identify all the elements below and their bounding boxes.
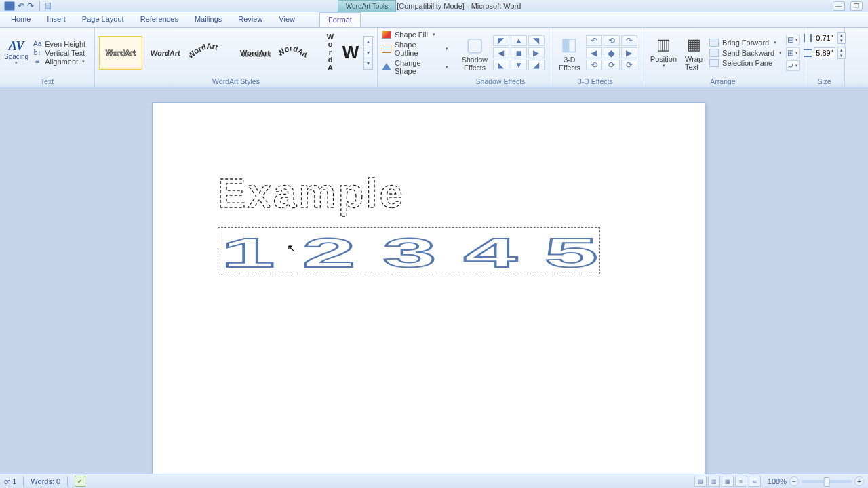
even-height-button[interactable]: AaEven Height [33,40,85,48]
tilt-up[interactable]: ⟲ [604,35,620,46]
group-text-label: Text [0,77,94,87]
width-spin-up[interactable]: ▲ [838,47,845,53]
tilt-down[interactable]: ⟳ [604,60,620,70]
wordart-style-5[interactable]: WordArt [278,36,321,70]
ribbon-tabs: Home Insert Page Layout References Maili… [0,12,868,28]
wordart-style-4[interactable]: WordArt [233,36,277,70]
spacing-label: Spacing [4,53,28,60]
wordart-object-1[interactable]: Example [218,164,604,226]
gallery-scroll[interactable]: ▴▾▾ [363,36,373,70]
spacing-button[interactable]: AV Spacing ▾ [4,40,33,66]
send-backward-button[interactable]: Send Backward▾ [709,49,782,57]
nudge-t[interactable]: ▲ [511,35,527,46]
proofing-icon[interactable]: ✔ [75,476,85,487]
zoom-out-button[interactable]: − [789,476,799,486]
tilt-br[interactable]: ⟳ [621,60,637,70]
nudge-b[interactable]: ▼ [511,60,527,70]
undo-icon[interactable]: ↶ [18,1,24,11]
bring-forward-button[interactable]: Bring Forward▾ [709,39,782,47]
wrap-text-button[interactable]: ▦ Wrap Text [681,35,707,71]
group-styles-label: WordArt Styles [95,77,377,87]
wordart-style-2[interactable]: WordArt [144,36,187,70]
page[interactable]: Example 1 2 3 4 5 ↖ [152,102,705,474]
zoom-slider[interactable] [802,480,852,483]
nudge-center[interactable]: ■ [511,47,527,58]
word-count[interactable]: Words: 0 [31,477,60,485]
selection-pane-icon [709,59,719,67]
selection-pane-button[interactable]: Selection Pane [709,59,782,67]
tilt-left[interactable]: ↶ [586,35,602,46]
group-button[interactable]: ⊞▾ [786,47,800,58]
position-button[interactable]: ▥ Position▾ [646,35,681,71]
minimize-button[interactable]: — [833,1,845,11]
redo-icon[interactable]: ↷ [27,1,34,11]
shape-outline-button[interactable]: Shape Outline▾ [382,41,448,57]
tab-mailings[interactable]: Mailings [186,12,230,27]
group-size: ▲▼ ▲▼ Size [804,28,845,87]
even-height-label: Even Height [45,40,85,48]
tilt-r2[interactable]: ▶ [621,47,637,58]
document-area[interactable]: Example 1 2 3 4 5 ↖ [0,87,868,474]
restore-button[interactable]: ❐ [850,1,863,11]
window-title: example [Compatibility Mode] - Microsoft… [55,2,833,10]
bring-forward-icon [709,39,719,47]
tilt-bl[interactable]: ⟲ [586,60,602,70]
tab-references[interactable]: References [132,12,186,27]
alignment-button[interactable]: ≡Alignment▾ [33,58,85,66]
height-spin-up[interactable]: ▲ [838,33,845,38]
qat-customize[interactable] [45,3,51,9]
tab-home[interactable]: Home [3,12,39,27]
tab-format[interactable]: Format [319,12,361,27]
group-arrange: ▥ Position▾ ▦ Wrap Text Bring Forward▾ S… [642,28,804,87]
change-shape-label: Change Shape [395,59,441,75]
wordart-style-1[interactable]: WordArt [99,36,142,70]
shadow-effects-button[interactable]: ▢ Shadow Effects [456,33,493,72]
shape-fill-icon [382,30,391,39]
tilt-center[interactable]: ◆ [604,47,620,58]
tilt-right[interactable]: ↷ [621,35,637,46]
wrap-text-icon: ▦ [685,35,703,55]
shadow-effects-icon: ▢ [466,33,484,56]
shadow-effects-label: Shadow Effects [462,56,488,72]
wordart-style-w[interactable]: W [339,41,362,65]
threed-effects-button[interactable]: ◧ 3-D Effects [553,33,586,72]
view-print-layout[interactable]: ▤ [694,476,707,487]
zoom-in-button[interactable]: + [854,476,864,486]
width-spin-down[interactable]: ▼ [838,53,845,58]
height-input[interactable] [814,33,835,43]
view-full-screen[interactable]: ▥ [708,476,720,487]
wordart-style-vertical[interactable]: WordA [323,36,338,70]
tab-page-layout[interactable]: Page Layout [74,12,132,27]
rotate-button[interactable]: ⤾▾ [786,60,800,71]
nudge-tl[interactable]: ◤ [493,35,509,46]
change-shape-button[interactable]: Change Shape▾ [382,59,448,75]
page-status[interactable]: of 1 [4,477,16,485]
tab-insert[interactable]: Insert [39,12,74,27]
tab-view[interactable]: View [271,12,303,27]
save-button[interactable] [4,1,15,11]
wordart-object-2[interactable]: 1 2 3 4 5 [218,227,600,274]
height-spin-down[interactable]: ▼ [838,38,845,43]
nudge-bl[interactable]: ◣ [493,60,509,70]
shadow-nudge-grid: ◤▲◥ ◀■▶ ◣▼◢ [493,35,545,70]
align-button[interactable]: ⊟▾ [786,35,800,45]
height-input-row: ▲▼ [804,32,846,44]
view-outline[interactable]: ≡ [735,476,747,487]
zoom-level[interactable]: 100% [768,477,787,485]
group-3d-label: 3-D Effects [549,77,642,87]
tilt-l2[interactable]: ◀ [586,47,602,58]
wordart-style-3[interactable]: WordArt [189,36,232,70]
threed-tilt-grid: ↶⟲↷ ◀◆▶ ⟲⟳⟳ [586,35,637,70]
nudge-l[interactable]: ◀ [493,47,509,58]
shape-fill-button[interactable]: Shape Fill▾ [382,30,448,39]
nudge-r[interactable]: ▶ [528,47,545,58]
nudge-br[interactable]: ◢ [528,60,545,70]
vertical-text-button[interactable]: b↕Vertical Text [33,49,85,57]
status-bar: of 1 Words: 0 ✔ ▤ ▥ ▦ ≡ ═ 100% − + [0,474,868,488]
width-input[interactable] [814,47,835,58]
tab-review[interactable]: Review [230,12,271,27]
group-text: AV Spacing ▾ AaEven Height b↕Vertical Te… [0,28,95,87]
view-draft[interactable]: ═ [749,476,761,487]
view-web-layout[interactable]: ▦ [722,476,734,487]
nudge-tr[interactable]: ◥ [528,35,545,46]
